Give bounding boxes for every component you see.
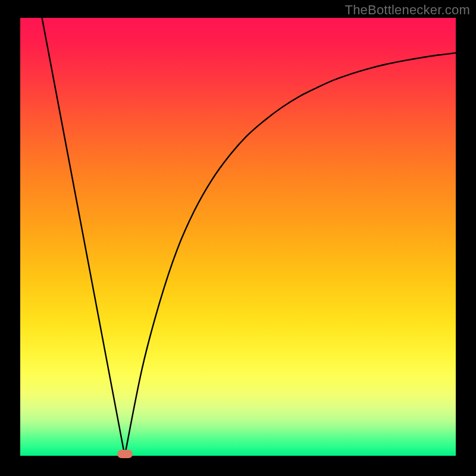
right-curve-path — [125, 53, 456, 456]
chart-frame: TheBottlenecker.com — [0, 0, 476, 476]
left-slope-path — [42, 18, 125, 456]
curve-layer — [20, 18, 456, 456]
min-marker — [117, 450, 133, 458]
plot-area — [20, 18, 456, 456]
attribution-label: TheBottlenecker.com — [345, 2, 470, 18]
